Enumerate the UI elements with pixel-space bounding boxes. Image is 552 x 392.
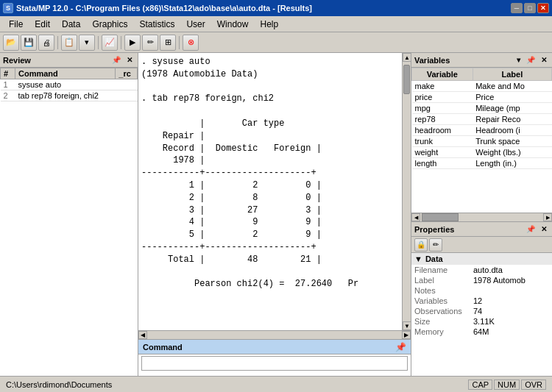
prop-row: Filename auto.dta xyxy=(411,265,552,275)
results-content[interactable]: . sysuse auto (1978 Automobile Data) . t… xyxy=(138,53,402,330)
review-pin[interactable]: 📌 xyxy=(110,56,123,64)
var-row[interactable]: mpgMileage (mp xyxy=(412,103,552,114)
scroll-thumb[interactable] xyxy=(403,65,410,94)
editor-button[interactable]: ✏ xyxy=(142,35,158,51)
prop-data-label: Data xyxy=(425,254,443,263)
menu-help[interactable]: Help xyxy=(254,18,284,31)
status-path: C:\Users\rdimond\Documents xyxy=(6,380,468,389)
prop-vars-key: Variables xyxy=(411,296,470,306)
vars-hscroll-thumb[interactable] xyxy=(422,213,459,221)
results-scrollbar[interactable]: ▲ ▼ xyxy=(402,53,411,330)
save-button[interactable]: 💾 xyxy=(21,35,37,51)
props-close[interactable]: ✕ xyxy=(539,225,549,233)
var-row[interactable]: pricePrice xyxy=(412,92,552,103)
menu-data[interactable]: Data xyxy=(56,18,86,31)
var-label: Price xyxy=(473,92,551,103)
vars-pin[interactable]: 📌 xyxy=(524,56,537,64)
prop-label-key: Label xyxy=(411,275,470,285)
properties-header: Properties 📌 ✕ xyxy=(411,222,552,237)
right-panel: Variables ▾ 📌 ✕ Variable Label xyxy=(411,53,552,376)
prop-row: Observations 74 xyxy=(411,306,552,316)
menu-edit[interactable]: Edit xyxy=(29,18,56,31)
toolbar-separator3 xyxy=(121,36,121,49)
menu-file[interactable]: File xyxy=(3,18,29,31)
props-vscroll[interactable] xyxy=(543,235,552,376)
vars-hscrollbar[interactable]: ◀ ▶ xyxy=(411,213,552,221)
menu-window[interactable]: Window xyxy=(211,18,255,31)
scroll-up[interactable]: ▲ xyxy=(403,53,411,62)
props-pin[interactable]: 📌 xyxy=(524,225,537,233)
app-icon: S xyxy=(3,3,13,13)
prop-row: Size 3.11K xyxy=(411,316,552,327)
command-input[interactable] xyxy=(141,356,408,371)
prop-row: Notes xyxy=(411,285,552,296)
minimize-button[interactable]: ─ xyxy=(511,3,523,13)
results-button[interactable]: ⊞ xyxy=(160,35,176,51)
vars-hscroll-track[interactable] xyxy=(420,213,543,221)
review-row[interactable]: 2 tab rep78 foreign, chi2 xyxy=(1,90,138,101)
command-pin[interactable]: 📌 xyxy=(395,342,406,352)
scroll-down[interactable]: ▼ xyxy=(403,321,411,330)
log-button[interactable]: 📋 xyxy=(61,35,77,51)
results-panel: . sysuse auto (1978 Automobile Data) . t… xyxy=(138,53,411,376)
var-row[interactable]: makeMake and Mo xyxy=(412,81,552,92)
review-panel: Review 📌 ✕ # Command _rc 1 sysuse auto xyxy=(0,53,138,376)
prop-edit-btn[interactable]: ✏ xyxy=(429,238,442,252)
close-button[interactable]: ✕ xyxy=(537,3,549,13)
vars-hscroll-right[interactable]: ▶ xyxy=(543,213,552,221)
variables-actions: ▾ 📌 ✕ xyxy=(514,56,549,64)
print-button[interactable]: 🖨 xyxy=(38,35,54,51)
command-label: Command xyxy=(143,343,183,352)
graph-button[interactable]: 📈 xyxy=(102,35,118,51)
log-dropdown[interactable]: ▾ xyxy=(79,35,95,51)
prop-lock-btn[interactable]: 🔒 xyxy=(414,238,428,252)
var-row[interactable]: weightWeight (lbs.) xyxy=(412,147,552,158)
prop-memory-val: 64M xyxy=(470,327,552,337)
var-label: Length (in.) xyxy=(473,158,551,169)
open-button[interactable]: 📂 xyxy=(3,35,19,51)
window-controls: ─ □ ✕ xyxy=(511,3,549,13)
toolbar-separator2 xyxy=(98,36,99,49)
vars-filter[interactable]: ▾ xyxy=(514,56,523,64)
var-label: Weight (lbs.) xyxy=(473,147,551,158)
hscroll-right[interactable]: ▶ xyxy=(402,331,411,339)
menu-graphics[interactable]: Graphics xyxy=(86,18,133,31)
review-row-num: 1 xyxy=(1,79,15,90)
prop-notes-key: Notes xyxy=(411,285,470,296)
status-ovr: OVR xyxy=(521,379,546,390)
properties-content[interactable]: ▼ Data Filename auto.dta Label 1978 Auto… xyxy=(411,253,552,376)
var-row[interactable]: rep78Repair Reco xyxy=(412,114,552,125)
var-row[interactable]: lengthLength (in.) xyxy=(412,158,552,169)
review-title: Review xyxy=(3,56,31,65)
var-name: weight xyxy=(412,147,473,158)
vars-hscroll-left[interactable]: ◀ xyxy=(411,213,420,221)
hscroll-track[interactable] xyxy=(147,331,402,339)
var-label: Repair Reco xyxy=(473,114,551,125)
var-label: Mileage (mp xyxy=(473,103,551,114)
do-button[interactable]: ▶ xyxy=(124,35,141,51)
var-row[interactable]: headroomHeadroom (i xyxy=(412,125,552,136)
prop-row: Label 1978 Automob xyxy=(411,275,552,285)
review-row[interactable]: 1 sysuse auto xyxy=(1,79,138,90)
results-hscrollbar[interactable]: ◀ ▶ xyxy=(138,330,411,339)
var-row[interactable]: trunkTrunk space xyxy=(412,136,552,147)
break-button[interactable]: ⊗ xyxy=(183,35,199,51)
prop-size-key: Size xyxy=(411,316,470,327)
menu-user[interactable]: User xyxy=(180,18,210,31)
results-output: . sysuse auto (1978 Automobile Data) . t… xyxy=(141,56,399,291)
vars-content[interactable]: Variable Label makeMake and Mo pricePric… xyxy=(411,68,552,213)
review-close[interactable]: ✕ xyxy=(124,56,135,64)
hscroll-left[interactable]: ◀ xyxy=(138,331,147,339)
scroll-track[interactable] xyxy=(403,62,411,321)
prop-size-val: 3.11K xyxy=(470,316,552,327)
review-row-num: 2 xyxy=(1,90,15,101)
prop-data-section[interactable]: ▼ Data xyxy=(411,253,552,265)
var-label: Make and Mo xyxy=(473,81,551,92)
vars-close[interactable]: ✕ xyxy=(539,56,549,64)
var-name: rep78 xyxy=(412,114,473,125)
menu-statistics[interactable]: Statistics xyxy=(133,18,180,31)
variables-header: Variables ▾ 📌 ✕ xyxy=(411,53,552,68)
maximize-button[interactable]: □ xyxy=(524,3,536,13)
status-bar: C:\Users\rdimond\Documents CAP NUM OVR xyxy=(0,376,552,392)
toolbar-separator xyxy=(57,36,58,49)
